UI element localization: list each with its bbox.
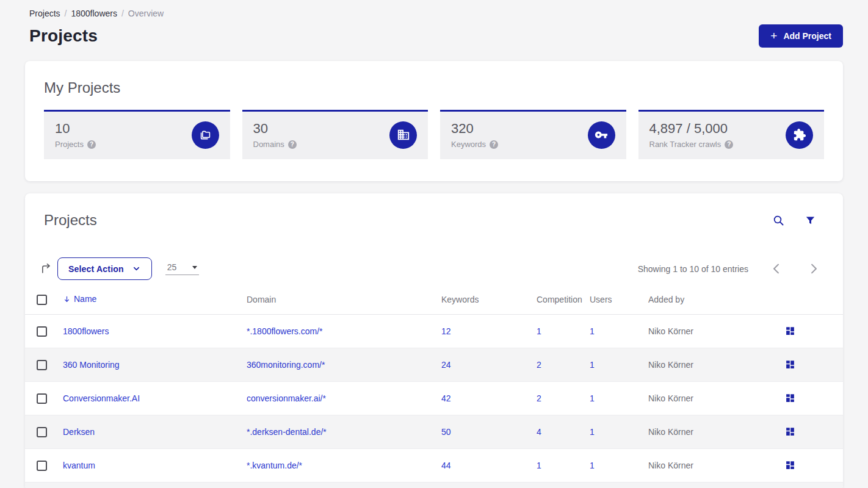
project-competition-link[interactable]: 1 [537, 326, 541, 336]
project-added-by: Niko Körner [648, 415, 770, 448]
stat-card-domains: 30 Domains ? [242, 110, 429, 159]
project-users-link[interactable]: 1 [590, 427, 595, 437]
stats-row: 10 Projects ? 30 Domai [44, 110, 824, 159]
project-users-link[interactable]: 1 [590, 461, 595, 470]
table-header-row: Name Domain Keywords Competition Users A… [25, 293, 843, 314]
row-checkbox[interactable] [37, 461, 47, 471]
stat-value-keywords: 320 [451, 121, 498, 137]
my-projects-card: My Projects 10 Projects ? [25, 61, 843, 181]
row-checkbox[interactable] [37, 326, 47, 337]
caret-down-icon [192, 266, 197, 269]
project-name-link[interactable]: kvantum [63, 461, 95, 470]
project-added-by: Niko Körner [648, 448, 770, 482]
project-keywords-link[interactable]: 44 [441, 461, 451, 470]
projects-folders-icon [192, 121, 219, 149]
project-added-by: Niko Körner [648, 381, 770, 415]
stat-label-domains: Domains [253, 140, 284, 149]
help-icon[interactable]: ? [288, 140, 297, 149]
stat-card-keywords: 320 Keywords ? [440, 110, 626, 159]
chevron-down-icon [132, 264, 141, 273]
row-checkbox[interactable] [37, 393, 47, 404]
breadcrumb-1800flowers[interactable]: 1800flowers [71, 9, 117, 18]
project-users-link[interactable]: 1 [590, 326, 595, 336]
filter-icon[interactable] [805, 215, 816, 226]
table-toolbar: Select Action 25 Showing 1 to 10 of 10 e… [25, 229, 843, 280]
page-size-select[interactable]: 25 [165, 262, 199, 275]
breadcrumb-separator: / [65, 9, 67, 18]
stat-value-projects: 10 [55, 121, 96, 137]
table-row: Conversionmaker.AI conversionmaker.ai/* … [25, 381, 843, 415]
sort-descending-icon [63, 295, 71, 303]
row-checkbox[interactable] [37, 360, 47, 370]
column-header-users[interactable]: Users [590, 293, 648, 314]
project-competition-link[interactable]: 2 [537, 393, 541, 403]
select-all-checkbox[interactable] [37, 295, 47, 305]
chevron-right-icon[interactable] [803, 260, 825, 278]
project-competition-link[interactable]: 2 [537, 360, 541, 370]
stat-label-projects: Projects [55, 140, 84, 149]
project-users-link[interactable]: 1 [590, 360, 595, 370]
entries-status-text: Showing 1 to 10 of 10 entries [638, 264, 748, 274]
dashboard-grid-icon[interactable] [785, 326, 795, 336]
page-size-value: 25 [167, 262, 177, 272]
project-keywords-link[interactable]: 42 [441, 393, 451, 403]
rank-tracker-puzzle-icon [786, 121, 813, 149]
project-competition-link[interactable]: 1 [537, 461, 541, 470]
column-header-domain[interactable]: Domain [247, 293, 441, 314]
help-icon[interactable]: ? [87, 140, 96, 149]
project-name-link[interactable]: 360 Monitoring [63, 360, 120, 370]
project-domain-link[interactable]: 360monitoring.com/* [247, 360, 325, 370]
select-action-label: Select Action [68, 264, 124, 274]
project-competition-link[interactable]: 4 [537, 427, 541, 437]
pagination [765, 260, 825, 278]
column-header-competition[interactable]: Competition [537, 293, 590, 314]
table-row: 1800flowers *.1800flowers.com/* 12 1 1 N… [25, 314, 843, 348]
column-header-added-by[interactable]: Added by [648, 293, 770, 314]
dashboard-grid-icon[interactable] [785, 393, 795, 403]
column-header-keywords[interactable]: Keywords [441, 293, 537, 314]
project-domain-link[interactable]: *.kvantum.de/* [247, 461, 302, 470]
table-row: kvantum *.kvantum.de/* 44 1 1 Niko Körne… [25, 448, 843, 482]
project-name-link[interactable]: Conversionmaker.AI [63, 393, 140, 403]
search-icon[interactable] [772, 214, 785, 227]
page-title: Projects [29, 26, 98, 46]
my-projects-title: My Projects [44, 79, 824, 96]
page: Projects / 1800flowers / Overview Projec… [0, 0, 868, 488]
breadcrumb: Projects / 1800flowers / Overview [29, 0, 843, 18]
projects-panel-card: Projects [25, 193, 843, 488]
column-header-actions [770, 293, 843, 314]
dashboard-grid-icon[interactable] [785, 359, 795, 370]
table-row: Derksen *.derksen-dental.de/* 50 4 1 Nik… [25, 415, 843, 448]
project-domain-link[interactable]: conversionmaker.ai/* [247, 393, 326, 403]
add-project-button[interactable]: + Add Project [759, 24, 843, 48]
project-keywords-link[interactable]: 24 [441, 360, 451, 370]
project-domain-link[interactable]: *.derksen-dental.de/* [247, 427, 327, 437]
project-keywords-link[interactable]: 50 [441, 427, 451, 437]
plus-icon: + [770, 30, 777, 41]
projects-table-partial [25, 482, 843, 488]
breadcrumb-projects[interactable]: Projects [29, 9, 60, 18]
breadcrumb-overview: Overview [128, 9, 164, 18]
row-checkbox[interactable] [37, 427, 47, 437]
project-name-link[interactable]: Derksen [63, 427, 95, 437]
project-name-link[interactable]: 1800flowers [63, 326, 109, 336]
select-action-dropdown[interactable]: Select Action [57, 257, 152, 280]
project-added-by: Niko Körner [648, 348, 770, 381]
help-icon[interactable]: ? [725, 140, 733, 149]
export-arrow-icon[interactable] [40, 262, 52, 275]
chevron-left-icon[interactable] [765, 260, 787, 278]
page-header: Projects + Add Project [29, 24, 843, 48]
stat-card-rank-tracker: 4,897 / 5,000 Rank Tracker crawls ? [638, 110, 825, 159]
dashboard-grid-icon[interactable] [785, 460, 795, 470]
add-project-label: Add Project [783, 31, 831, 41]
project-added-by: Niko Körner [648, 314, 770, 348]
help-icon[interactable]: ? [490, 140, 498, 149]
dashboard-grid-icon[interactable] [785, 426, 795, 437]
projects-table-body: 1800flowers *.1800flowers.com/* 12 1 1 N… [25, 314, 843, 482]
project-domain-link[interactable]: *.1800flowers.com/* [247, 326, 323, 336]
project-keywords-link[interactable]: 12 [441, 326, 451, 336]
column-header-name[interactable]: Name [63, 294, 96, 304]
stat-value-rank-tracker: 4,897 / 5,000 [649, 121, 734, 137]
breadcrumb-separator: / [121, 9, 124, 18]
project-users-link[interactable]: 1 [590, 393, 595, 403]
